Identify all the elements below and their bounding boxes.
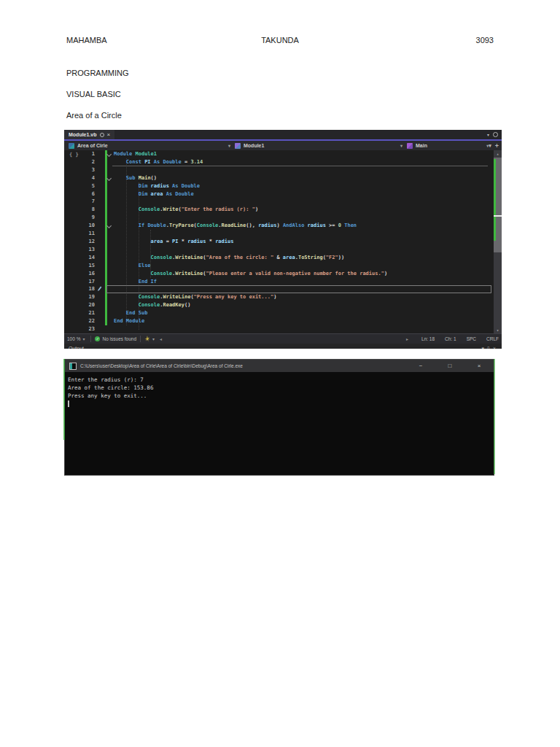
window-list-chevron-icon[interactable]: ▾ [487, 132, 489, 137]
code-line-20[interactable]: 20 Console.ReadKey() [64, 301, 494, 309]
code-line-17[interactable]: 17 End If [64, 278, 494, 286]
module-dropdown-label: Module1 [244, 143, 264, 148]
line-number: 16 [64, 270, 95, 278]
line-number: 5 [64, 182, 95, 190]
code-line-5[interactable]: 5 Dim radius As Double [64, 182, 494, 190]
scroll-left-icon[interactable]: ◂ [160, 336, 162, 341]
fold-chevron-icon[interactable] [106, 152, 112, 157]
line-number: 14 [64, 254, 95, 262]
code-editor[interactable]: { } 1Module Module12 Const PI As Double … [64, 150, 502, 333]
close-button[interactable]: × [464, 360, 494, 372]
output-pin-icon[interactable]: ▯ [487, 346, 493, 349]
code-line-15[interactable]: 15 Else [64, 262, 494, 270]
scrollbar-caret-mark [494, 215, 502, 217]
line-number: 1 [64, 150, 95, 158]
console-cursor [68, 400, 69, 407]
editor-status-bar: 100 % ▾ ✓ No issues found ▾ ◂ ▸ Ln: 18 C… [64, 333, 502, 344]
scroll-right-icon[interactable]: ▸ [406, 336, 408, 341]
line-number: 13 [64, 246, 95, 254]
line-number: 3 [64, 166, 95, 174]
output-close-icon[interactable]: × [493, 346, 499, 349]
line-number: 19 [64, 293, 95, 301]
minimize-button[interactable]: − [406, 360, 435, 372]
gear-icon[interactable] [493, 132, 498, 137]
method-icon [407, 143, 413, 149]
line-number: 22 [64, 317, 95, 325]
code-line-2[interactable]: 2 Const PI As Double = 3.14 [64, 158, 494, 166]
code-line-21[interactable]: 21 End Sub [64, 309, 494, 317]
project-dropdown[interactable]: Area of Cirle ▾ [64, 143, 230, 149]
code-line-19[interactable]: 19 Console.WriteLine("Press any key to e… [64, 293, 494, 301]
issues-status[interactable]: No issues found [102, 336, 136, 341]
line-number: 18 [64, 285, 95, 293]
tab-label: Module1.vb [69, 132, 97, 137]
code-line-23[interactable]: 23 [64, 325, 494, 333]
console-output[interactable]: Enter the radius (r): 7Area of the circl… [65, 372, 494, 475]
code-line-4[interactable]: 4 Sub Main() [64, 174, 494, 182]
character-indicator[interactable]: Ch: 1 [445, 336, 456, 341]
method-dropdown[interactable]: Main ▾ [402, 143, 489, 149]
project-dropdown-label: Area of Cirle [77, 143, 108, 148]
code-line-18[interactable]: 18 [64, 285, 494, 293]
scroll-down-icon[interactable]: ▾ [494, 327, 502, 333]
code-line-16[interactable]: 16 Console.WriteLine("Please enter a val… [64, 270, 494, 278]
dropdown-chevron-icon[interactable]: ▾ [489, 143, 491, 149]
maximize-button[interactable]: □ [435, 360, 464, 372]
vs-editor-window: Module1.vb × ▾ Area of Cirle ▾ Module1 ▾… [64, 130, 502, 349]
line-number: 17 [64, 278, 95, 286]
dropdown-chevron-icon[interactable]: ▾ [82, 336, 85, 341]
spaces-indicator[interactable]: SPC [467, 336, 476, 341]
navigation-bar: Area of Cirle ▾ Module1 ▾ Main ▾ ▾ + [64, 141, 502, 150]
code-line-10[interactable]: 10 If Double.TryParse(Console.ReadLine()… [64, 222, 494, 230]
code-line-8[interactable]: 8 Console.Write("Enter the radius (r): "… [64, 206, 494, 214]
line-number: 9 [64, 214, 95, 222]
header-page-number: 3093 [299, 36, 494, 44]
doc-heading-area-of-circle: Area of a Circle [66, 111, 122, 120]
code-lines: 1Module Module12 Const PI As Double = 3.… [64, 150, 494, 333]
line-number: 10 [64, 222, 95, 230]
console-output-line: Enter the radius (r): 7 [68, 376, 494, 384]
code-line-1[interactable]: 1Module Module1 [64, 150, 494, 158]
code-line-13[interactable]: 13 [64, 246, 494, 254]
fold-chevron-icon[interactable] [106, 223, 112, 228]
code-line-22[interactable]: 22End Module [64, 317, 494, 325]
console-title-bar[interactable]: C:\Users\user\Desktop\Area of Cirle\Area… [65, 360, 494, 372]
code-line-3[interactable]: 3 [64, 166, 494, 174]
module-dropdown[interactable]: Module1 ▾ [230, 143, 402, 149]
header-title: TAKUNDA [261, 36, 299, 44]
pin-icon[interactable] [100, 133, 104, 137]
header-author: MAHAMBA [66, 36, 261, 44]
line-number: 12 [64, 238, 95, 246]
close-tab-icon[interactable]: × [107, 131, 111, 138]
console-output-line: Area of the circle: 153.86 [68, 384, 494, 392]
scroll-up-icon[interactable]: ▴ [494, 150, 502, 157]
line-ending-indicator[interactable]: CRLF [486, 336, 499, 341]
line-number: 8 [64, 206, 95, 214]
zoom-selector[interactable]: 100 % [67, 336, 80, 341]
code-line-9[interactable]: 9 [64, 214, 494, 222]
line-number: 21 [64, 309, 95, 317]
output-chevron-icon[interactable]: ▾ [482, 346, 488, 349]
tab-module1vb[interactable]: Module1.vb × [64, 130, 114, 139]
vertical-scrollbar[interactable]: ▴ ▾ [494, 150, 502, 333]
console-window: C:\Users\user\Desktop\Area of Cirle\Area… [64, 359, 494, 476]
line-number: 11 [64, 230, 95, 238]
line-number: 4 [64, 174, 95, 182]
code-line-12[interactable]: 12 area = PI * radius * radius [64, 238, 494, 246]
code-line-14[interactable]: 14 Console.WriteLine("Area of the circle… [64, 254, 494, 262]
line-indicator[interactable]: Ln: 18 [421, 336, 435, 341]
dropdown-chevron-icon[interactable]: ▾ [152, 336, 155, 341]
output-panel-title: Output [69, 344, 84, 349]
line-number: 7 [64, 198, 95, 206]
split-window-icon[interactable]: + [495, 142, 499, 150]
code-line-11[interactable]: 11 [64, 230, 494, 238]
code-cleanup-icon[interactable] [144, 336, 150, 342]
code-line-7[interactable]: 7 [64, 198, 494, 206]
check-circle-icon: ✓ [95, 336, 100, 341]
vb-project-icon [69, 143, 74, 149]
code-line-6[interactable]: 6 Dim area As Double [64, 190, 494, 198]
fold-chevron-icon[interactable] [106, 175, 112, 180]
console-output-line: Press any key to exit... [68, 392, 494, 400]
doc-heading-visual-basic: VISUAL BASIC [66, 90, 121, 98]
line-number: 2 [64, 158, 95, 166]
